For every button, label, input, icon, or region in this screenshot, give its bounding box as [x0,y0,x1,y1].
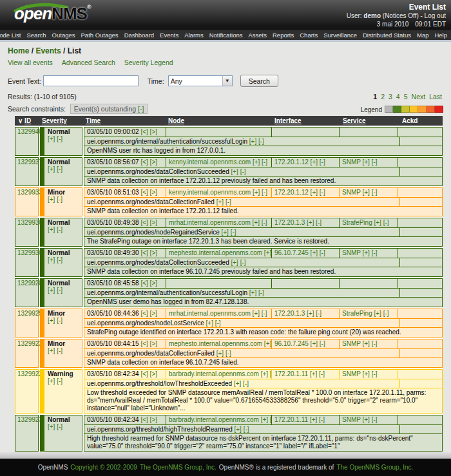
event-service-filter-add-link[interactable]: [+] [363,340,370,347]
column-header-id[interactable]: ∨ ID [15,117,39,124]
interface-link[interactable]: 172.20.1.11 [274,370,308,377]
time-after-filter-link[interactable]: [>] [150,370,157,377]
uei-filter-remove-link[interactable]: [-] [240,259,246,266]
node-link[interactable]: kenny.internal.opennms.com [169,189,251,196]
event-interface-filter-add-link[interactable]: [+] [311,158,318,166]
severity-filter-remove-link[interactable]: [-] [57,317,62,324]
logout-link[interactable]: (Notices Off) - Log out [383,12,446,19]
node-link[interactable]: mephesto.internal.opennms.com [169,249,262,256]
event-node-filter-remove-link[interactable]: [-] [262,158,267,166]
event-node-filter-add-link[interactable]: [+] [253,189,260,196]
severity-filter-add-link[interactable]: [+] [48,256,55,263]
nav-item-alarms[interactable]: Alarms [184,32,204,39]
link-view-all-events[interactable]: View all events [8,59,53,66]
interface-link[interactable]: 172.20.1.11 [274,416,308,423]
time-before-filter-link[interactable]: [<] [140,310,148,317]
service-link[interactable]: SNMP [342,158,361,166]
uei-filter-add-link[interactable]: [+] [249,289,256,296]
column-header-service[interactable]: Service [343,117,366,124]
uei-filter-add-link[interactable]: [+] [216,198,224,205]
link-advanced-search[interactable]: Advanced Search [62,59,115,66]
column-header-id-link[interactable]: ID [24,117,31,124]
time-after-filter-link[interactable]: [>] [150,280,157,287]
breadcrumb-home[interactable]: Home [8,46,29,55]
time-before-filter-link[interactable]: [<] [140,416,148,423]
interface-link[interactable]: 96.10.7.245 [274,249,309,256]
uei-filter-add-link[interactable]: [+] [231,259,238,266]
service-link[interactable]: SNMP [342,340,361,347]
nav-item-surveillance[interactable]: Surveillance [323,32,357,39]
search-button[interactable]: Search [240,75,278,87]
severity-filter-add-link[interactable]: [+] [48,135,55,142]
interface-link[interactable]: 172.20.1.3 [274,310,305,317]
service-link[interactable]: SNMP [342,249,361,256]
time-after-filter-link[interactable]: [>] [150,249,157,256]
nav-item-outages[interactable]: Outages [52,32,75,39]
event-interface-filter-add-link[interactable]: [+] [310,416,317,423]
severity-filter-remove-link[interactable]: [-] [57,256,62,263]
node-link[interactable]: kenny.internal.opennms.com [169,158,251,166]
pagination-page-2[interactable]: 2 [381,93,385,100]
event-interface-filter-remove-link[interactable]: [-] [319,370,325,377]
severity-filter-remove-link[interactable]: [-] [57,423,62,430]
event-service-filter-remove-link[interactable]: [-] [372,416,378,423]
severity-filter-add-link[interactable]: [+] [48,377,55,385]
service-link[interactable]: StrafePing [342,310,372,317]
uei-filter-remove-link[interactable]: [-] [225,198,231,205]
uei-filter-remove-link[interactable]: [-] [225,350,231,357]
uei-filter-add-link[interactable]: [+] [231,168,238,175]
event-node-filter-add-link[interactable]: [+] [261,416,268,423]
nav-item-path-outages[interactable]: Path Outages [81,32,119,39]
severity-filter-add-link[interactable]: [+] [48,166,55,173]
pagination-page-next[interactable]: Next [412,93,426,100]
nav-item-distributed-status[interactable]: Distributed Status [363,32,411,39]
event-service-filter-remove-link[interactable]: [-] [372,340,378,347]
service-link[interactable]: SNMP [342,189,361,196]
time-before-filter-link[interactable]: [<] [140,158,148,166]
uei-filter-remove-link[interactable]: [-] [243,380,249,387]
event-interface-filter-add-link[interactable]: [+] [310,370,317,377]
event-interface-filter-add-link[interactable]: [+] [311,340,318,347]
nav-item-events[interactable]: Events [160,32,178,39]
severity-filter-add-link[interactable]: [+] [48,287,55,294]
time-after-filter-link[interactable]: [>] [150,128,157,135]
pagination-page-3[interactable]: 3 [389,93,392,100]
severity-filter-remove-link[interactable]: [-] [57,377,62,385]
interface-link[interactable]: 172.20.1.3 [274,219,305,226]
uei-filter-add-link[interactable]: [+] [234,380,241,387]
footer-copyright-link[interactable]: Copyright © 2002-2009 [70,464,137,471]
event-interface-filter-add-link[interactable]: [+] [307,310,314,317]
time-before-filter-link[interactable]: [<] [140,370,148,377]
nav-item-charts[interactable]: Charts [300,32,318,39]
event-service-filter-add-link[interactable]: [+] [363,416,370,423]
time-before-filter-link[interactable]: [<] [140,280,148,287]
event-interface-filter-remove-link[interactable]: [-] [316,310,321,317]
time-select[interactable]: Any ▼ [168,75,233,86]
time-after-filter-link[interactable]: [>] [150,310,157,317]
event-interface-filter-remove-link[interactable]: [-] [320,189,325,196]
constraint-remove-link[interactable]: [-] [138,105,144,113]
nav-item-notifications[interactable]: Notifications [209,32,243,39]
event-service-filter-add-link[interactable]: [+] [363,158,370,166]
event-node-filter-add-link[interactable]: [+] [264,249,271,256]
event-service-filter-add-link[interactable]: [+] [363,370,370,377]
uei-filter-add-link[interactable]: [+] [249,138,256,145]
event-service-filter-add-link[interactable]: [+] [363,249,370,256]
severity-filter-remove-link[interactable]: [-] [57,287,62,294]
uei-filter-remove-link[interactable]: [-] [215,319,221,327]
event-node-filter-add-link[interactable]: [+] [264,340,271,347]
link-severity-legend[interactable]: Severity Legend [124,59,173,66]
event-service-filter-remove-link[interactable]: [-] [372,189,378,196]
time-before-filter-link[interactable]: [<] [140,189,148,196]
breadcrumb-events[interactable]: Events [35,46,61,55]
node-link[interactable]: mrhat.internal.opennms.com [169,310,251,317]
severity-filter-add-link[interactable]: [+] [48,347,55,354]
event-text-input[interactable] [43,75,139,86]
time-after-filter-link[interactable]: [>] [150,189,157,196]
event-interface-filter-remove-link[interactable]: [-] [320,249,325,256]
uei-filter-add-link[interactable]: [+] [206,319,213,327]
severity-filter-remove-link[interactable]: [-] [57,166,62,173]
time-after-filter-link[interactable]: [>] [150,219,157,226]
column-header-interface[interactable]: Interface [274,117,302,124]
time-after-filter-link[interactable]: [>] [150,158,157,166]
